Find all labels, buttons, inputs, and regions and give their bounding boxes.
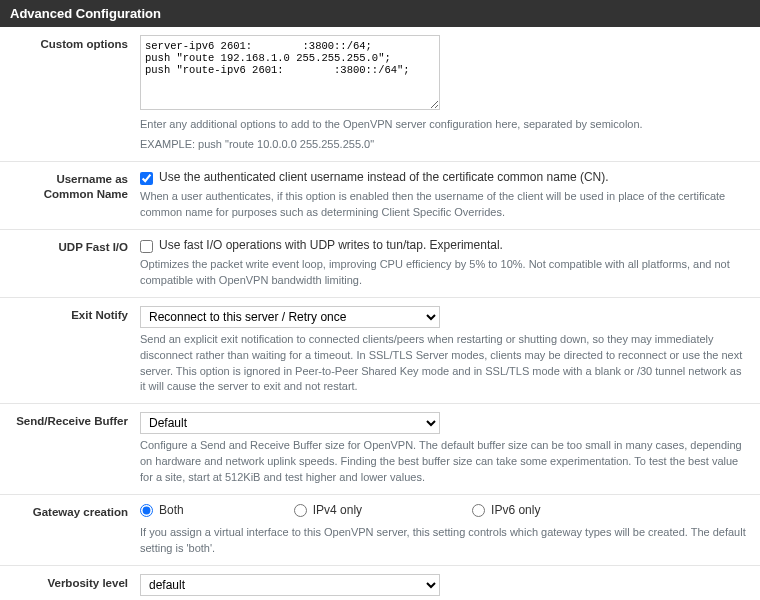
label-custom-options: Custom options	[10, 35, 140, 153]
row-username-cn: Username as Common Name Use the authenti…	[0, 162, 760, 230]
help-exit-notify: Send an explicit exit notification to co…	[140, 332, 750, 396]
username-cn-checkbox[interactable]	[140, 172, 153, 185]
row-custom-options: Custom options Enter any additional opti…	[0, 27, 760, 162]
row-gateway-creation: Gateway creation Both IPv4 only IPv6 onl…	[0, 495, 760, 566]
verbosity-select[interactable]: default	[140, 574, 440, 596]
label-send-recv-buffer: Send/Receive Buffer	[10, 412, 140, 486]
row-verbosity: Verbosity level default Each level shows…	[0, 566, 760, 600]
gateway-radio-ipv4-label: IPv4 only	[313, 503, 362, 517]
help-gateway-creation: If you assign a virtual interface to thi…	[140, 525, 750, 557]
gateway-radio-both-item[interactable]: Both	[140, 503, 184, 517]
help-custom-options-2: EXAMPLE: push "route 10.0.0.0 255.255.25…	[140, 137, 750, 153]
help-custom-options-1: Enter any additional options to add to t…	[140, 117, 750, 133]
udp-fast-io-checkbox-label: Use fast I/O operations with UDP writes …	[159, 238, 503, 252]
label-exit-notify: Exit Notify	[10, 306, 140, 396]
username-cn-checkbox-label: Use the authenticated client username in…	[159, 170, 609, 184]
help-send-recv-buffer: Configure a Send and Receive Buffer size…	[140, 438, 750, 486]
row-exit-notify: Exit Notify Reconnect to this server / R…	[0, 298, 760, 405]
row-send-recv-buffer: Send/Receive Buffer Default Configure a …	[0, 404, 760, 495]
gateway-radio-ipv6-label: IPv6 only	[491, 503, 540, 517]
help-username-cn: When a user authenticates, if this optio…	[140, 189, 750, 221]
send-recv-buffer-select[interactable]: Default	[140, 412, 440, 434]
row-udp-fast-io: UDP Fast I/O Use fast I/O operations wit…	[0, 230, 760, 298]
label-gateway-creation: Gateway creation	[10, 503, 140, 557]
exit-notify-select[interactable]: Reconnect to this server / Retry once	[140, 306, 440, 328]
section-header: Advanced Configuration	[0, 0, 760, 27]
help-udp-fast-io: Optimizes the packet write event loop, i…	[140, 257, 750, 289]
gateway-radio-ipv6-item[interactable]: IPv6 only	[472, 503, 540, 517]
gateway-radio-ipv6[interactable]	[472, 504, 485, 517]
label-verbosity: Verbosity level	[10, 574, 140, 600]
gateway-radio-both[interactable]	[140, 504, 153, 517]
gateway-radio-ipv4-item[interactable]: IPv4 only	[294, 503, 362, 517]
gateway-radio-both-label: Both	[159, 503, 184, 517]
label-udp-fast-io: UDP Fast I/O	[10, 238, 140, 289]
label-username-cn: Username as Common Name	[10, 170, 140, 221]
custom-options-textarea[interactable]	[140, 35, 440, 110]
udp-fast-io-checkbox[interactable]	[140, 240, 153, 253]
gateway-radio-ipv4[interactable]	[294, 504, 307, 517]
